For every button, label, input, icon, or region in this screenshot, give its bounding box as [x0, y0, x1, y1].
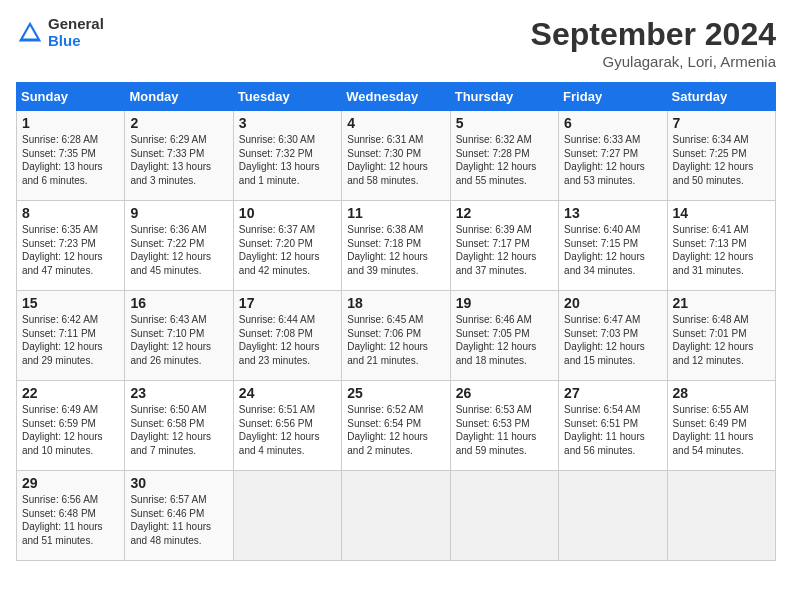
day-number: 21 — [673, 295, 770, 311]
calendar-day-cell: 26 Sunrise: 6:53 AMSunset: 6:53 PMDaylig… — [450, 381, 558, 471]
logo-text: General Blue — [48, 16, 104, 49]
day-number: 28 — [673, 385, 770, 401]
day-number: 3 — [239, 115, 336, 131]
empty-cell — [667, 471, 775, 561]
day-number: 20 — [564, 295, 661, 311]
page-header: General Blue September 2024 Gyulagarak, … — [16, 16, 776, 70]
day-info: Sunrise: 6:37 AMSunset: 7:20 PMDaylight:… — [239, 224, 320, 276]
logo-blue-text: Blue — [48, 33, 104, 50]
day-number: 1 — [22, 115, 119, 131]
day-number: 27 — [564, 385, 661, 401]
day-number: 29 — [22, 475, 119, 491]
col-thursday: Thursday — [450, 83, 558, 111]
col-wednesday: Wednesday — [342, 83, 450, 111]
day-number: 30 — [130, 475, 227, 491]
day-number: 24 — [239, 385, 336, 401]
calendar-week-row: 8 Sunrise: 6:35 AMSunset: 7:23 PMDayligh… — [17, 201, 776, 291]
day-number: 23 — [130, 385, 227, 401]
day-number: 17 — [239, 295, 336, 311]
day-number: 9 — [130, 205, 227, 221]
day-number: 11 — [347, 205, 444, 221]
calendar-header-row: Sunday Monday Tuesday Wednesday Thursday… — [17, 83, 776, 111]
location-text: Gyulagarak, Lori, Armenia — [531, 53, 776, 70]
calendar-day-cell: 14 Sunrise: 6:41 AMSunset: 7:13 PMDaylig… — [667, 201, 775, 291]
day-number: 12 — [456, 205, 553, 221]
calendar-day-cell: 20 Sunrise: 6:47 AMSunset: 7:03 PMDaylig… — [559, 291, 667, 381]
calendar-day-cell: 16 Sunrise: 6:43 AMSunset: 7:10 PMDaylig… — [125, 291, 233, 381]
day-info: Sunrise: 6:40 AMSunset: 7:15 PMDaylight:… — [564, 224, 645, 276]
calendar-day-cell: 6 Sunrise: 6:33 AMSunset: 7:27 PMDayligh… — [559, 111, 667, 201]
calendar-day-cell: 25 Sunrise: 6:52 AMSunset: 6:54 PMDaylig… — [342, 381, 450, 471]
day-info: Sunrise: 6:52 AMSunset: 6:54 PMDaylight:… — [347, 404, 428, 456]
empty-cell — [342, 471, 450, 561]
calendar-day-cell: 18 Sunrise: 6:45 AMSunset: 7:06 PMDaylig… — [342, 291, 450, 381]
day-number: 2 — [130, 115, 227, 131]
day-number: 19 — [456, 295, 553, 311]
day-info: Sunrise: 6:49 AMSunset: 6:59 PMDaylight:… — [22, 404, 103, 456]
col-tuesday: Tuesday — [233, 83, 341, 111]
calendar-day-cell: 5 Sunrise: 6:32 AMSunset: 7:28 PMDayligh… — [450, 111, 558, 201]
calendar-day-cell: 11 Sunrise: 6:38 AMSunset: 7:18 PMDaylig… — [342, 201, 450, 291]
calendar-body: 1 Sunrise: 6:28 AMSunset: 7:35 PMDayligh… — [17, 111, 776, 561]
day-info: Sunrise: 6:33 AMSunset: 7:27 PMDaylight:… — [564, 134, 645, 186]
logo-icon — [16, 19, 44, 47]
day-info: Sunrise: 6:42 AMSunset: 7:11 PMDaylight:… — [22, 314, 103, 366]
day-info: Sunrise: 6:55 AMSunset: 6:49 PMDaylight:… — [673, 404, 754, 456]
col-monday: Monday — [125, 83, 233, 111]
day-info: Sunrise: 6:54 AMSunset: 6:51 PMDaylight:… — [564, 404, 645, 456]
day-number: 14 — [673, 205, 770, 221]
day-info: Sunrise: 6:50 AMSunset: 6:58 PMDaylight:… — [130, 404, 211, 456]
day-number: 13 — [564, 205, 661, 221]
day-number: 5 — [456, 115, 553, 131]
day-number: 6 — [564, 115, 661, 131]
calendar-day-cell: 2 Sunrise: 6:29 AMSunset: 7:33 PMDayligh… — [125, 111, 233, 201]
day-info: Sunrise: 6:43 AMSunset: 7:10 PMDaylight:… — [130, 314, 211, 366]
calendar-day-cell: 7 Sunrise: 6:34 AMSunset: 7:25 PMDayligh… — [667, 111, 775, 201]
day-number: 22 — [22, 385, 119, 401]
calendar-day-cell: 28 Sunrise: 6:55 AMSunset: 6:49 PMDaylig… — [667, 381, 775, 471]
day-info: Sunrise: 6:56 AMSunset: 6:48 PMDaylight:… — [22, 494, 103, 546]
calendar-day-cell: 27 Sunrise: 6:54 AMSunset: 6:51 PMDaylig… — [559, 381, 667, 471]
day-info: Sunrise: 6:34 AMSunset: 7:25 PMDaylight:… — [673, 134, 754, 186]
empty-cell — [233, 471, 341, 561]
calendar-week-row: 29 Sunrise: 6:56 AMSunset: 6:48 PMDaylig… — [17, 471, 776, 561]
day-info: Sunrise: 6:36 AMSunset: 7:22 PMDaylight:… — [130, 224, 211, 276]
day-number: 4 — [347, 115, 444, 131]
day-info: Sunrise: 6:28 AMSunset: 7:35 PMDaylight:… — [22, 134, 103, 186]
calendar-day-cell: 3 Sunrise: 6:30 AMSunset: 7:32 PMDayligh… — [233, 111, 341, 201]
calendar-day-cell: 4 Sunrise: 6:31 AMSunset: 7:30 PMDayligh… — [342, 111, 450, 201]
calendar-day-cell: 1 Sunrise: 6:28 AMSunset: 7:35 PMDayligh… — [17, 111, 125, 201]
calendar-day-cell: 13 Sunrise: 6:40 AMSunset: 7:15 PMDaylig… — [559, 201, 667, 291]
day-info: Sunrise: 6:46 AMSunset: 7:05 PMDaylight:… — [456, 314, 537, 366]
day-info: Sunrise: 6:48 AMSunset: 7:01 PMDaylight:… — [673, 314, 754, 366]
calendar-table: Sunday Monday Tuesday Wednesday Thursday… — [16, 82, 776, 561]
calendar-week-row: 15 Sunrise: 6:42 AMSunset: 7:11 PMDaylig… — [17, 291, 776, 381]
calendar-day-cell: 8 Sunrise: 6:35 AMSunset: 7:23 PMDayligh… — [17, 201, 125, 291]
calendar-day-cell: 19 Sunrise: 6:46 AMSunset: 7:05 PMDaylig… — [450, 291, 558, 381]
day-number: 26 — [456, 385, 553, 401]
calendar-day-cell: 21 Sunrise: 6:48 AMSunset: 7:01 PMDaylig… — [667, 291, 775, 381]
day-info: Sunrise: 6:35 AMSunset: 7:23 PMDaylight:… — [22, 224, 103, 276]
day-number: 15 — [22, 295, 119, 311]
empty-cell — [450, 471, 558, 561]
calendar-day-cell: 12 Sunrise: 6:39 AMSunset: 7:17 PMDaylig… — [450, 201, 558, 291]
calendar-day-cell: 24 Sunrise: 6:51 AMSunset: 6:56 PMDaylig… — [233, 381, 341, 471]
day-info: Sunrise: 6:30 AMSunset: 7:32 PMDaylight:… — [239, 134, 320, 186]
day-info: Sunrise: 6:53 AMSunset: 6:53 PMDaylight:… — [456, 404, 537, 456]
day-info: Sunrise: 6:38 AMSunset: 7:18 PMDaylight:… — [347, 224, 428, 276]
col-saturday: Saturday — [667, 83, 775, 111]
day-number: 10 — [239, 205, 336, 221]
calendar-week-row: 1 Sunrise: 6:28 AMSunset: 7:35 PMDayligh… — [17, 111, 776, 201]
calendar-day-cell: 22 Sunrise: 6:49 AMSunset: 6:59 PMDaylig… — [17, 381, 125, 471]
day-info: Sunrise: 6:44 AMSunset: 7:08 PMDaylight:… — [239, 314, 320, 366]
day-number: 7 — [673, 115, 770, 131]
col-sunday: Sunday — [17, 83, 125, 111]
calendar-day-cell: 29 Sunrise: 6:56 AMSunset: 6:48 PMDaylig… — [17, 471, 125, 561]
calendar-day-cell: 17 Sunrise: 6:44 AMSunset: 7:08 PMDaylig… — [233, 291, 341, 381]
day-info: Sunrise: 6:47 AMSunset: 7:03 PMDaylight:… — [564, 314, 645, 366]
day-info: Sunrise: 6:51 AMSunset: 6:56 PMDaylight:… — [239, 404, 320, 456]
empty-cell — [559, 471, 667, 561]
day-number: 16 — [130, 295, 227, 311]
day-info: Sunrise: 6:39 AMSunset: 7:17 PMDaylight:… — [456, 224, 537, 276]
title-area: September 2024 Gyulagarak, Lori, Armenia — [531, 16, 776, 70]
